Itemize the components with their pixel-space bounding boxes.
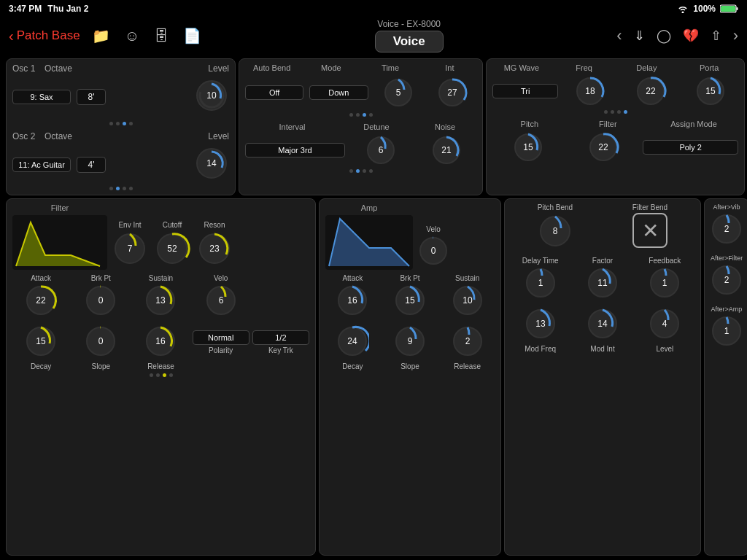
f-sustain-knob[interactable]: 13 (144, 284, 177, 320)
svg-text:22: 22 (646, 86, 656, 96)
folder-icon[interactable]: 📁 (92, 27, 110, 44)
after-filter-label: After>Filter (711, 254, 743, 262)
detune-knob[interactable]: 6 (351, 134, 411, 166)
voice-button[interactable]: Voice (375, 31, 444, 52)
f-slope-label: Slope (92, 362, 111, 370)
face-icon[interactable]: ☺ (125, 28, 139, 44)
back-button[interactable]: ‹ Patch Base (9, 28, 80, 44)
after-filter-knob[interactable]: 2 (710, 263, 743, 300)
svg-text:1: 1 (538, 278, 543, 288)
osc1-octave-value[interactable]: 8' (77, 89, 106, 105)
pitch-knob[interactable]: 15 (492, 131, 563, 163)
archive-icon[interactable]: 🗄 (154, 28, 169, 44)
cutoff-label: Cutoff (163, 221, 182, 229)
share-icon[interactable]: ⇧ (711, 28, 721, 44)
svg-text:15: 15 (405, 295, 415, 306)
noise-knob[interactable]: 21 (417, 134, 476, 166)
svg-text:9: 9 (408, 336, 413, 346)
amp-velo-knob[interactable]: 0 (417, 235, 449, 270)
status-time: 3:47 PM (9, 4, 42, 14)
pitch-bend-knob[interactable]: 8 (537, 213, 573, 252)
amp-label: Amp (325, 203, 413, 212)
env-int-knob[interactable]: 7 (112, 230, 148, 270)
nav-next-icon[interactable]: › (733, 26, 738, 45)
new-icon[interactable]: ◯ (657, 28, 671, 44)
amp-velo-label: Velo (426, 225, 440, 233)
a-sustain-knob[interactable]: 10 (451, 284, 484, 320)
svg-text:10: 10 (206, 90, 217, 101)
f-keytrk-value[interactable]: 1/2 (252, 330, 309, 345)
mg-wave-value[interactable]: Tri (492, 84, 558, 98)
osc1-level-knob[interactable]: 10 (194, 78, 229, 116)
osc2-octave-label: Octave (44, 131, 72, 141)
a-slope-group: 9 Slope (383, 324, 438, 370)
ab-int-knob[interactable]: 27 (428, 77, 476, 109)
interval-row-vals: Major 3rd 6 21 (245, 134, 476, 166)
f-attack-knob[interactable]: 22 (24, 284, 58, 320)
osc2-octave-value[interactable]: 4' (77, 157, 106, 173)
after-amp-group: After>Amp 1 (711, 306, 743, 351)
mod-int-knob[interactable]: 14 (586, 307, 619, 343)
download-icon[interactable]: ⇓ (634, 28, 645, 44)
assign-value[interactable]: Poly 2 (643, 140, 738, 155)
a-sustain-label: Sustain (455, 274, 479, 282)
ab-mode-val-box[interactable]: Down (309, 85, 368, 100)
amp-env-panel: Amp Velo 0 (319, 198, 501, 556)
document-icon[interactable]: 📄 (183, 27, 201, 44)
filter-bend-x[interactable]: ✕ (632, 213, 667, 248)
env-int-label: Env Int (118, 221, 141, 229)
cutoff-group: Cutoff 52 (154, 221, 190, 270)
osc1-wave-value[interactable]: 9: Sax (12, 90, 71, 104)
status-day: Thu Jan 2 (47, 4, 88, 14)
mod-freq-knob[interactable]: 13 (524, 307, 557, 343)
mg-freq-knob[interactable]: 18 (562, 75, 618, 107)
f-release-knob[interactable]: 16 (144, 324, 177, 361)
a-attack-knob[interactable]: 16 (336, 284, 369, 320)
cutoff-knob[interactable]: 52 (154, 230, 190, 270)
osc2-dot-4 (129, 187, 133, 190)
chorus-row1: Delay Time 1 Factor (511, 257, 694, 303)
porta-knob[interactable]: 15 (683, 75, 738, 107)
back-label: Patch Base (17, 28, 80, 43)
filter-pitch-knob[interactable]: 22 (568, 131, 638, 163)
f-brkpt-group: Brk Pt 0 (72, 274, 129, 320)
f-brkpt-knob[interactable]: 0 (84, 284, 117, 320)
mg-delay-knob[interactable]: 22 (623, 75, 678, 107)
a-release-knob[interactable]: 2 (451, 324, 484, 361)
a-slope-knob[interactable]: 9 (393, 324, 427, 361)
feedback-knob[interactable]: 1 (648, 266, 681, 303)
f-velo-label: Velo (214, 274, 228, 282)
f-slope-knob[interactable]: 0 (84, 324, 117, 361)
after-amp-knob[interactable]: 1 (710, 314, 743, 351)
osc2-wave-value[interactable]: 11: Ac Guitar (12, 158, 71, 172)
f-release-label: Release (147, 362, 174, 370)
f-attack-group: Attack 22 (12, 274, 69, 320)
interval-value[interactable]: Major 3rd (245, 143, 345, 158)
svg-text:2: 2 (465, 336, 470, 346)
ab-time-knob[interactable]: 5 (374, 77, 422, 109)
a-decay-knob[interactable]: 24 (336, 324, 369, 361)
nav-prev-icon[interactable]: ‹ (616, 26, 622, 45)
f-velo-knob[interactable]: 6 (204, 284, 238, 320)
after-vib-knob[interactable]: 2 (710, 212, 743, 249)
mod-freq-group: 13 Mod Freq (511, 307, 570, 353)
favorite-icon[interactable]: 💔 (683, 28, 699, 44)
a-brkpt-knob[interactable]: 15 (393, 284, 427, 320)
filter-label: Filter (571, 120, 646, 128)
chorus-level-knob[interactable]: 4 (648, 307, 681, 343)
delay-time-knob[interactable]: 1 (524, 266, 557, 303)
filter-env-display: Filter (12, 203, 107, 270)
reson-knob[interactable]: 23 (196, 230, 233, 270)
ab-mode-box[interactable]: Off (245, 85, 303, 100)
factor-knob[interactable]: 11 (586, 266, 619, 303)
filter-env-panel: Filter Env Int (6, 198, 316, 556)
interval-label: Interval (245, 122, 339, 131)
mod-int-label: Mod Int (590, 345, 614, 353)
f-decay-knob[interactable]: 15 (24, 324, 58, 361)
osc2-level-knob[interactable]: 14 (194, 146, 229, 184)
osc2-label: Osc 2 (12, 131, 39, 141)
a-decay-group: 24 Decay (325, 324, 380, 370)
svg-text:1: 1 (662, 278, 667, 288)
f-polarity-value[interactable]: Normal (193, 330, 249, 345)
osc1-dot-3 (123, 122, 126, 125)
